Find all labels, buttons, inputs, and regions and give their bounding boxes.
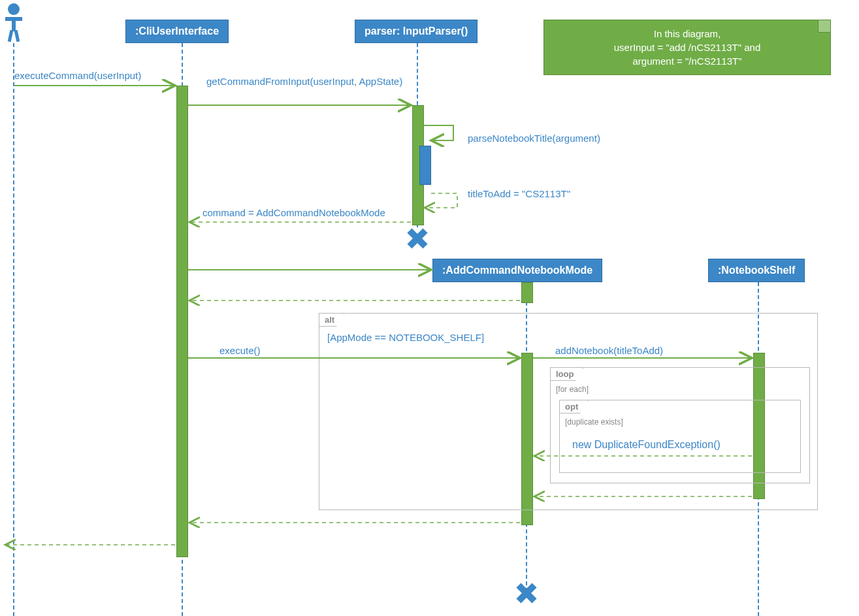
svg-point-0 <box>8 3 20 15</box>
activation-acnm-create <box>521 282 533 303</box>
arrows <box>0 0 859 616</box>
fragment-alt-tag: alt <box>319 314 344 327</box>
participant-cli: :CliUserInterface <box>125 20 229 43</box>
msg-titletoadd: titleToAdd = "CS2113T" <box>468 188 570 199</box>
actor-icon <box>3 3 25 43</box>
participant-parser-label: parser: InputParser() <box>365 25 468 37</box>
activation-cli <box>176 86 188 557</box>
msg-getcommand: getCommandFromInput(userInput, AppState) <box>206 76 402 87</box>
participant-acnm: :AddCommandNotebookMode <box>432 259 602 282</box>
diagram-note: In this diagram, userInput = "add /nCS21… <box>543 20 831 75</box>
note-line-3: argument = "/nCS2113T" <box>555 54 820 68</box>
msg-addnotebook: addNotebook(titleToAdd) <box>555 345 663 356</box>
note-line-1: In this diagram, <box>555 27 820 41</box>
sequence-diagram: :CliUserInterface parser: InputParser() … <box>0 0 859 616</box>
note-line-2: userInput = "add /nCS2113T" and <box>555 41 820 54</box>
fragment-opt: opt [duplicate exists] <box>559 400 801 473</box>
msg-parsenotebook: parseNotebookTitle(argument) <box>468 133 600 144</box>
destroy-acnm <box>515 582 538 604</box>
svg-rect-3 <box>8 30 14 42</box>
msg-execute: execute() <box>219 345 261 356</box>
activation-parser-self <box>419 146 431 185</box>
fragment-loop-guard: [for each] <box>556 385 589 394</box>
participant-shelf-label: :NotebookShelf <box>718 265 795 276</box>
svg-rect-4 <box>14 30 20 42</box>
fragment-loop-tag: loop <box>551 368 583 381</box>
participant-cli-label: :CliUserInterface <box>135 25 219 37</box>
participant-parser: parser: InputParser() <box>355 20 478 43</box>
lifeline-actor <box>13 43 14 616</box>
destroy-parser <box>406 227 429 250</box>
msg-executecommand: executeCommand(userInput) <box>14 70 141 81</box>
fragment-opt-guard: [duplicate exists] <box>565 417 623 427</box>
participant-acnm-label: :AddCommandNotebookMode <box>442 265 592 276</box>
fragment-opt-tag: opt <box>560 400 588 413</box>
msg-commandreturn: command = AddCommandNotebookMode <box>203 207 385 218</box>
svg-rect-2 <box>12 17 16 31</box>
fragment-alt-guard: [AppMode == NOTEBOOK_SHELF] <box>327 332 484 343</box>
participant-shelf: :NotebookShelf <box>708 259 805 282</box>
msg-newduplicate: new DuplicateFoundException() <box>572 439 721 451</box>
